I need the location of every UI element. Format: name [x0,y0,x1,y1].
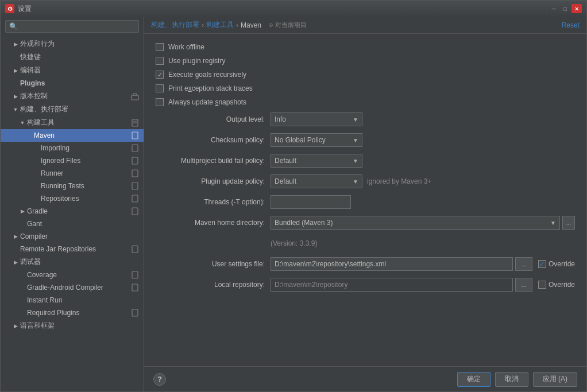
page-icon [131,182,139,190]
sidebar-item-label: Coverage [27,271,129,279]
sidebar-item-repositories[interactable]: Repositories [1,192,144,205]
plugin-update-value: Default [275,177,296,185]
spacer [12,54,19,61]
local-repo-control: ... Override [271,278,575,292]
always-update-checkbox[interactable] [156,98,164,106]
svg-rect-5 [132,132,138,139]
sidebar-item-compiler[interactable]: ▶ Compiler [1,230,144,243]
sidebar-item-label: Repositories [41,195,129,203]
dropdown-arrow-icon: ▼ [353,178,358,185]
use-plugin-registry-checkbox[interactable] [156,57,164,65]
apply-button[interactable]: 应用 (A) [533,372,577,387]
sidebar-item-instant-run[interactable]: Instant Run [1,294,144,306]
threads-control [271,195,575,209]
page-icon [131,131,139,139]
sidebar-item-gradle-android[interactable]: Gradle-Android Compiler [1,281,144,294]
spacer [19,220,26,227]
sidebar-item-debug[interactable]: ▶ 调试器 [1,255,144,269]
spacer [19,271,26,278]
sidebar-item-running-tests[interactable]: Running Tests [1,180,144,192]
expand-icon: ▶ [19,208,26,215]
sidebar-item-keymap[interactable]: 快捷键 [1,51,144,64]
checksum-policy-control: No Global Policy ▼ [271,133,575,147]
plugin-update-label: Plugin update policy: [156,177,271,185]
maven-home-select[interactable]: Bundled (Maven 3) ▼ [271,216,560,230]
local-repo-override[interactable]: Override [538,281,575,289]
page-icon [131,284,139,292]
local-repo-label: Local repository: [156,281,271,289]
minimize-button[interactable]: ─ [549,4,559,13]
sidebar-item-label: Gradle [27,207,129,215]
maximize-button[interactable]: □ [560,4,570,13]
print-exception-checkbox[interactable] [156,84,164,92]
sidebar-item-maven[interactable]: Maven [1,129,144,142]
user-settings-override[interactable]: ✓ Override [538,260,575,268]
help-button[interactable]: ? [153,373,166,386]
spacer [33,170,40,177]
local-repo-browse-button[interactable]: ... [515,278,532,292]
output-level-value: Info [275,115,286,123]
breadcrumb-suffix: ⊙ 对当前项目 [268,21,307,29]
expand-icon: ▶ [12,93,19,100]
output-level-select[interactable]: Info ▼ [271,112,362,126]
execute-goals-label: Execute goals recursively [168,71,246,79]
check-mark: ✓ [539,261,544,268]
threads-label: Threads (-T option): [156,198,271,206]
local-repo-override-label: Override [549,281,575,289]
sidebar-item-lang-framework[interactable]: ▶ 语言和框架 [1,319,144,332]
local-repo-input[interactable] [271,278,513,292]
app-icon-text: ⚙ [7,6,13,12]
svg-rect-12 [132,246,138,253]
sidebar-item-runner[interactable]: Runner [1,167,144,180]
multiproject-build-select[interactable]: Default ▼ [271,154,362,168]
user-settings-row: User settings file: ... ✓ Override [156,257,575,271]
page-icon [131,157,139,165]
sidebar-item-label: 版本控制 [20,91,129,101]
execute-goals-checkbox[interactable]: ✓ [156,71,164,79]
search-input[interactable] [20,22,135,30]
page-icon [131,245,139,253]
spacer [33,157,40,164]
ok-button[interactable]: 确定 [457,372,491,387]
work-offline-checkbox[interactable] [156,43,164,51]
sidebar-item-importing[interactable]: Importing [1,142,144,154]
sidebar-item-remote-jar[interactable]: Remote Jar Repositories [1,243,144,255]
local-repo-row: Local repository: ... Override [156,277,575,292]
threads-input[interactable] [271,195,351,209]
user-settings-input[interactable] [271,257,513,271]
sidebar-item-required-plugins[interactable]: Required Plugins [1,306,144,319]
multiproject-build-control: Default ▼ [271,154,575,168]
sidebar-item-gradle[interactable]: ▶ Gradle [1,205,144,218]
sidebar-item-editor[interactable]: ▶ 编辑器 [1,64,144,77]
checksum-policy-select[interactable]: No Global Policy ▼ [271,133,362,147]
sidebar-item-gant[interactable]: Gant [1,218,144,230]
sidebar-item-label: 语言和框架 [20,321,139,331]
maven-home-browse-button[interactable]: ... [562,216,575,230]
sidebar-item-appearance[interactable]: ▶ 外观和行为 [1,37,144,51]
sidebar-item-build-tools[interactable]: ▼ 构建工具 [1,116,144,129]
sidebar-item-ignored-files[interactable]: Ignored Files [1,154,144,167]
sidebar-item-label: 调试器 [20,257,139,267]
app-icon: ⚙ [5,4,14,13]
search-box[interactable]: 🔍 [5,20,139,33]
sync-icon [131,92,139,100]
sidebar-item-label: Runner [41,169,129,177]
sidebar-item-build-exec[interactable]: ▼ 构建、执行部署 [1,103,144,116]
plugin-update-select[interactable]: Default ▼ [271,174,362,188]
local-repo-override-checkbox[interactable] [538,281,546,289]
dropdown-arrow-icon: ▼ [353,158,358,164]
sidebar-item-coverage[interactable]: Coverage [1,269,144,281]
svg-rect-11 [132,208,138,215]
reset-button[interactable]: Reset [562,21,580,29]
user-settings-override-checkbox[interactable]: ✓ [538,260,546,268]
breadcrumb-sep-2: › [236,21,238,29]
breadcrumb-part-2[interactable]: 构建工具 [206,20,234,30]
page-icon [131,195,139,203]
close-button[interactable]: ✕ [571,4,582,13]
user-settings-browse-button[interactable]: ... [515,257,532,271]
sidebar-item-plugins[interactable]: Plugins [1,77,144,90]
maven-home-label: Maven home directory: [156,219,271,227]
breadcrumb-part-1[interactable]: 构建、执行部署 [151,20,199,30]
cancel-button[interactable]: 取消 [495,372,528,387]
sidebar-item-vcs[interactable]: ▶ 版本控制 [1,90,144,103]
